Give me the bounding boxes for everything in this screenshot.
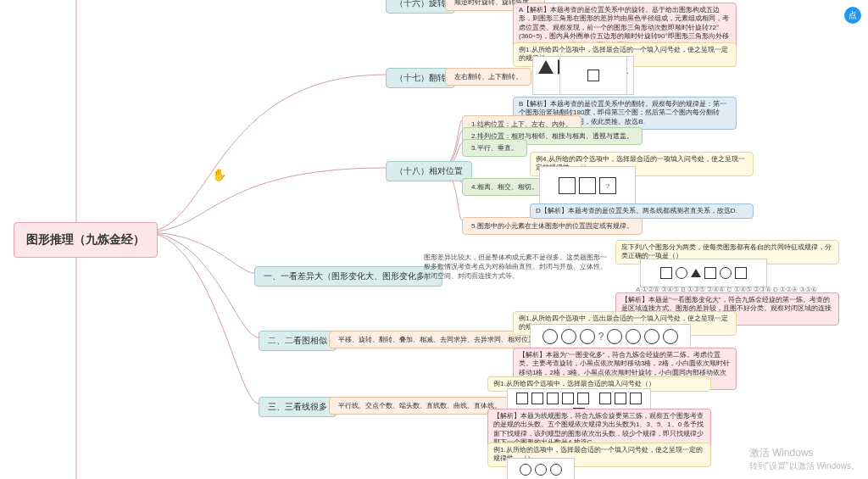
- section-1-desc: 图形差异比较大，但是整体构成元素不是很多。这类题图形一般多数情况考查考点为对称轴…: [415, 249, 619, 285]
- help-fab[interactable]: 点: [844, 7, 861, 24]
- branch-17-rule: 左右翻转、上下翻转。: [445, 68, 531, 86]
- section-1[interactable]: 一、一看差异大（图形变化大、图形变化多）: [254, 266, 442, 287]
- exs3-figure-2: [507, 458, 575, 479]
- section-3-rule: 平行线、交点个数、端头数、直线数、曲线、直体线。: [329, 397, 510, 415]
- windows-watermark: 激活 Windows 转到"设置"以激活 Windows。: [749, 446, 860, 472]
- ex18-answer: D【解析】本题考查的是位置关系。两条线都感测者直关系，故选D.: [530, 203, 754, 219]
- b18-p5: 5.图形中的小元素在主体图形中的位置固定或有规律。: [462, 217, 643, 235]
- root-node[interactable]: 图形推理（九炼金经）: [14, 222, 158, 258]
- exs2-figure: ?: [530, 324, 691, 349]
- ex17-options: [559, 56, 627, 95]
- section-3[interactable]: 三、三看线很多: [259, 397, 337, 417]
- ex18-figure: ?: [539, 166, 636, 205]
- b18-p4: 4.相离、相交、相切。: [462, 178, 548, 196]
- branch-18[interactable]: （十八）相对位置: [386, 161, 472, 181]
- watermark-l2: 转到"设置"以激活 Windows。: [749, 460, 860, 472]
- b18-p3: 3.平行、垂直。: [462, 139, 527, 157]
- cursor-icon: ✋: [212, 168, 226, 181]
- watermark-l1: 激活 Windows: [749, 446, 860, 460]
- section-2[interactable]: 二、二看图相似: [259, 331, 337, 351]
